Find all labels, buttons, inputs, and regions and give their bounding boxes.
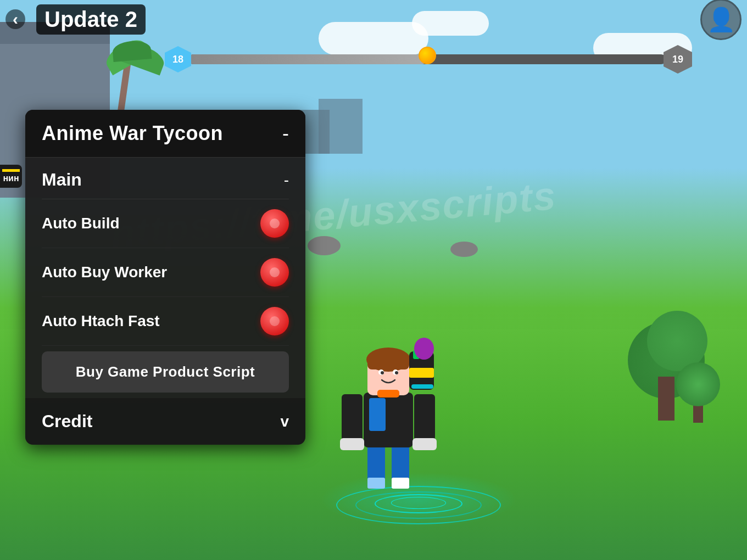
level-coin bbox=[419, 47, 436, 64]
svg-rect-23 bbox=[411, 384, 433, 389]
svg-point-16 bbox=[381, 371, 384, 374]
section-main-label: Main bbox=[42, 170, 82, 190]
auto-htach-fast-label: Auto Htach Fast bbox=[42, 312, 160, 330]
auto-htach-fast-toggle[interactable] bbox=[260, 307, 289, 335]
svg-rect-20 bbox=[409, 368, 434, 378]
menu-item-auto-build: Auto Build bbox=[42, 199, 289, 248]
level-fill bbox=[188, 54, 427, 64]
nav-back-arrow[interactable]: ‹ bbox=[5, 9, 25, 29]
svg-rect-18 bbox=[377, 390, 399, 397]
svg-rect-7 bbox=[340, 438, 364, 450]
section-collapse-button[interactable]: - bbox=[284, 171, 289, 189]
auto-buy-worker-toggle[interactable] bbox=[260, 258, 289, 287]
top-bar: ‹ Update 2 👤 bbox=[0, 0, 747, 38]
credit-label: Credit bbox=[42, 411, 92, 432]
svg-rect-9 bbox=[412, 438, 437, 450]
bg-rock-2 bbox=[450, 242, 478, 257]
menu-item-auto-buy-worker: Auto Buy Worker bbox=[42, 248, 289, 297]
svg-rect-13 bbox=[367, 356, 409, 369]
section-header-main: Main - bbox=[42, 158, 289, 199]
svg-rect-3 bbox=[392, 478, 409, 489]
profile-icon: 👤 bbox=[707, 6, 735, 33]
menu-header: Anime War Tycoon - bbox=[25, 110, 305, 158]
bg-building-2 bbox=[319, 99, 363, 154]
update-badge: Update 2 bbox=[36, 4, 146, 35]
profile-button[interactable]: 👤 bbox=[700, 0, 742, 40]
svg-rect-6 bbox=[342, 394, 363, 441]
menu-main-section: Main - Auto Build Auto Buy Worker Auto H… bbox=[25, 158, 305, 398]
auto-build-toggle[interactable] bbox=[260, 209, 289, 238]
menu-panel: Anime War Tycoon - Main - Auto Build Aut… bbox=[25, 110, 305, 445]
svg-rect-8 bbox=[414, 394, 435, 441]
svg-point-17 bbox=[395, 371, 398, 374]
roblox-character bbox=[328, 307, 449, 516]
toggle-on-indicator-2 bbox=[270, 267, 280, 277]
bg-rock-1 bbox=[308, 236, 341, 255]
toggle-on-indicator-3 bbox=[270, 316, 280, 326]
menu-title: Anime War Tycoon bbox=[42, 122, 223, 145]
svg-rect-0 bbox=[367, 445, 385, 483]
svg-point-22 bbox=[414, 338, 434, 360]
level-start-badge: 18 bbox=[165, 46, 191, 72]
toggle-on-indicator bbox=[270, 219, 280, 228]
menu-minimize-button[interactable]: - bbox=[282, 124, 289, 143]
right-tree-group bbox=[658, 377, 703, 423]
credit-value: v bbox=[280, 413, 289, 430]
side-flag: нин bbox=[0, 165, 22, 188]
level-bar: 18 19 bbox=[165, 49, 692, 69]
credit-section: Credit v bbox=[25, 398, 305, 445]
svg-rect-1 bbox=[367, 478, 385, 489]
level-track bbox=[188, 54, 666, 64]
svg-rect-5 bbox=[369, 398, 386, 431]
menu-item-auto-htach-fast: Auto Htach Fast bbox=[42, 297, 289, 346]
auto-build-label: Auto Build bbox=[42, 215, 120, 232]
auto-buy-worker-label: Auto Buy Worker bbox=[42, 264, 167, 281]
svg-rect-2 bbox=[392, 445, 409, 483]
buy-game-product-script-button[interactable]: Buy Game Product Script bbox=[42, 351, 289, 393]
